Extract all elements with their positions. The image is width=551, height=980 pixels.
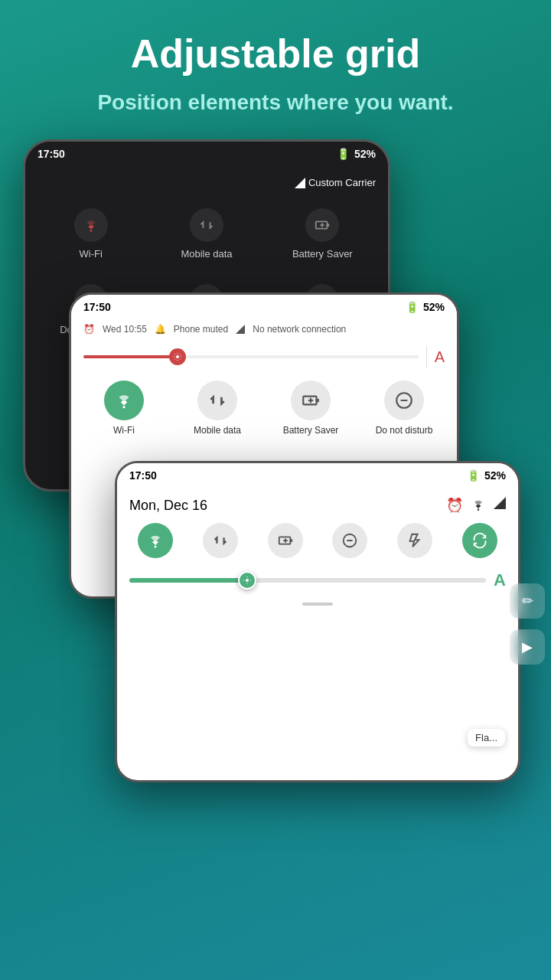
wifi-label-2: Wi-Fi — [113, 425, 135, 436]
brightness-thumb-icon-3 — [243, 576, 252, 585]
tile-wifi-1[interactable]: Wi-Fi — [37, 201, 144, 267]
status-bar-1: 17:50 🔋 52% — [25, 142, 388, 166]
brightness-slider-3[interactable] — [129, 578, 486, 583]
dnd-icon-3 — [332, 523, 367, 558]
battery-saver-icon-3 — [268, 523, 303, 558]
svg-marker-17 — [494, 497, 506, 509]
tile-battery-1[interactable]: Battery Saver — [269, 201, 376, 267]
svg-point-9 — [176, 355, 179, 358]
tile-battery-3[interactable] — [256, 523, 315, 558]
tile-wifi-2[interactable]: Wi-Fi — [80, 381, 168, 436]
alarm-icon-3: ⏰ — [446, 497, 463, 514]
data-label-2: Mobile data — [194, 425, 241, 436]
tile-data-1[interactable]: Mobile data — [153, 201, 259, 267]
battery-1: 52% — [354, 148, 376, 160]
data-icon-1 — [190, 208, 223, 242]
info-row: ⏰ Wed 10:55 🔔 Phone muted No network con… — [71, 319, 457, 339]
svg-point-18 — [155, 546, 157, 548]
page-title: Adjustable grid — [46, 31, 505, 77]
carrier-row: Custom Carrier — [37, 174, 376, 194]
network-label: No network connection — [253, 324, 346, 335]
signal-icon — [295, 178, 305, 188]
battery-saver-icon-1 — [305, 208, 339, 242]
wifi-indicator-3 — [471, 497, 486, 514]
battery-icon-1: 🔋 — [337, 148, 350, 160]
svg-point-24 — [246, 579, 249, 582]
tile-data-2[interactable]: Mobile data — [174, 381, 261, 436]
tile-dnd-3[interactable] — [321, 523, 380, 558]
date-row: Mon, Dec 16 ⏰ — [117, 488, 518, 520]
time-1: 17:50 — [37, 148, 65, 160]
brightness-row-3: A — [117, 561, 518, 599]
svg-point-16 — [478, 509, 480, 511]
header-icons-3: ⏰ — [446, 497, 506, 514]
rotate-icon-3 — [462, 523, 497, 558]
brightness-row-2: A — [71, 339, 457, 374]
mute-icon: 🔔 — [155, 324, 166, 335]
page-subtitle: Position elements where you want. — [46, 89, 505, 116]
tile-flash-3[interactable] — [386, 523, 445, 558]
tiles-grid-3 — [117, 520, 518, 561]
time-3: 17:50 — [129, 469, 157, 482]
time-2: 17:50 — [83, 301, 111, 313]
signal-icon-3 — [494, 497, 506, 514]
tiles-grid-2: Wi-Fi Mobile data — [71, 374, 457, 442]
battery-label-1: Battery Saver — [292, 248, 353, 260]
status-bar-3: 17:50 🔋 52% — [117, 463, 518, 488]
auto-brightness-icon-2[interactable]: A — [435, 348, 445, 366]
battery-icon-2: 🔋 — [406, 301, 419, 313]
tile-battery-2[interactable]: Battery Saver — [267, 381, 354, 436]
date-label: Mon, Dec 16 — [129, 498, 207, 514]
carrier-name: Custom Carrier — [308, 177, 376, 188]
play-button[interactable]: ▶ — [510, 629, 545, 665]
alarm-icon: ⏰ — [83, 324, 95, 335]
svg-marker-0 — [295, 178, 305, 188]
tile-rotate-3[interactable] — [450, 523, 509, 558]
wifi-icon-1 — [74, 208, 108, 242]
header: Adjustable grid Position elements where … — [0, 0, 551, 139]
battery-icon-2 — [291, 381, 331, 420]
data-label-1: Mobile data — [181, 248, 232, 260]
svg-point-10 — [122, 406, 125, 408]
tile-dnd-2[interactable]: Do not disturb — [360, 381, 448, 436]
battery-2: 52% — [423, 301, 445, 313]
wifi-icon-3 — [138, 523, 173, 558]
edit-button[interactable]: ✏ — [510, 583, 545, 619]
signal-icon-2 — [236, 325, 245, 334]
status-bar-2: 17:50 🔋 52% — [71, 295, 457, 319]
side-buttons: ✏ ▶ — [510, 583, 545, 665]
tile-wifi-3[interactable] — [126, 523, 185, 558]
dnd-label-2: Do not disturb — [376, 425, 433, 436]
data-icon-3 — [203, 523, 238, 558]
flash-icon-3 — [397, 523, 432, 558]
phones-container: 17:50 🔋 52% Custom Carrier — [0, 139, 551, 844]
phone-frame-3: 17:50 🔋 52% Mon, Dec 16 ⏰ — [115, 461, 520, 782]
battery-icon-3: 🔋 — [467, 469, 480, 482]
data-icon-2 — [197, 381, 237, 420]
svg-marker-8 — [236, 325, 245, 334]
tile-data-3[interactable] — [191, 523, 250, 558]
dnd-icon-2 — [384, 381, 424, 420]
wifi-icon-2 — [104, 381, 144, 420]
wifi-label-1: Wi-Fi — [80, 248, 103, 260]
brightness-icon — [173, 352, 182, 361]
muted-label: Phone muted — [174, 324, 228, 335]
battery-label-2: Battery Saver — [283, 425, 339, 436]
brightness-slider-2[interactable] — [83, 355, 419, 358]
battery-3: 52% — [484, 469, 506, 482]
flashlight-side-label: Fla... — [468, 729, 505, 746]
svg-point-1 — [90, 230, 92, 232]
info-time: Wed 10:55 — [103, 324, 147, 335]
auto-brightness-icon-3[interactable]: A — [494, 570, 506, 590]
